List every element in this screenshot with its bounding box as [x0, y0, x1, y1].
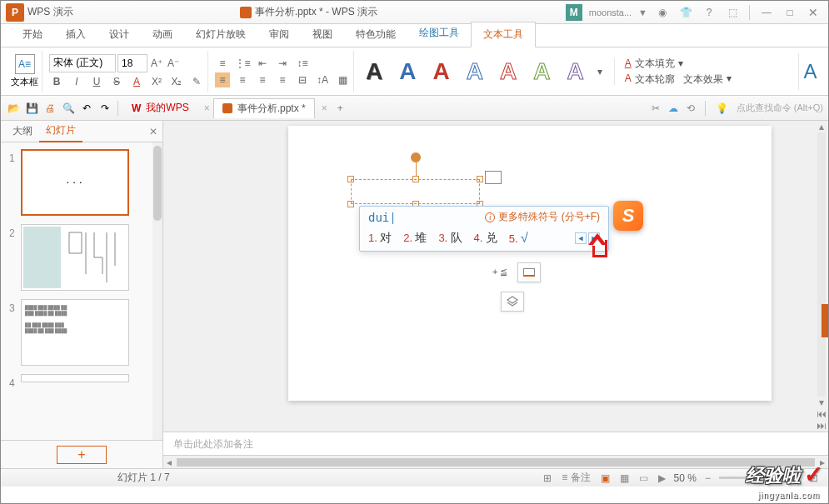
menu-design[interactable]: 设计 — [97, 22, 141, 47]
menu-slideshow[interactable]: 幻灯片放映 — [184, 22, 257, 47]
panel-close-button[interactable]: ✕ — [149, 126, 157, 137]
vertical-scrollbar[interactable]: ▴ ▾ ⏮ ⏭ — [815, 121, 828, 432]
menu-view[interactable]: 视图 — [301, 22, 344, 47]
subscript-button[interactable]: X₂ — [169, 74, 184, 89]
underline-button[interactable]: U — [89, 74, 104, 89]
user-name[interactable]: moonsta... — [589, 7, 632, 17]
shrink-font-icon[interactable]: A⁻ — [166, 56, 181, 71]
help-icon[interactable]: ? — [701, 4, 717, 21]
ime-candidate-1[interactable]: 1. 对 — [368, 231, 392, 246]
horizontal-scrollbar[interactable]: ◂ ▸ — [163, 455, 828, 468]
sb-tool-icon[interactable]: ⊞ — [542, 472, 553, 484]
zoom-value[interactable]: 50 % — [674, 472, 697, 484]
share-icon[interactable]: ⟲ — [687, 102, 695, 114]
ime-prev-button[interactable]: ◄ — [575, 232, 587, 244]
sogou-ime-icon[interactable]: S — [613, 201, 643, 231]
menu-feature[interactable]: 特色功能 — [344, 22, 407, 47]
ribbon-toggle-icon[interactable]: ⬚ — [724, 4, 741, 21]
superscript-button[interactable]: X² — [149, 74, 164, 89]
float-tool-highlight[interactable] — [517, 262, 541, 282]
align-left-button[interactable]: ≡ — [215, 72, 230, 87]
zoom-slider[interactable] — [719, 477, 786, 479]
clear-format-button[interactable]: ✎ — [189, 74, 204, 89]
user-avatar[interactable]: M — [566, 4, 582, 21]
thumbnail-4[interactable] — [21, 374, 129, 382]
wordart-7[interactable]: A — [558, 58, 592, 85]
user-dropdown-icon[interactable]: ▼ — [638, 7, 647, 17]
ime-candidate-4[interactable]: 4. 兑 — [474, 231, 497, 246]
align-center-button[interactable]: ≡ — [235, 72, 250, 87]
view-sorter-icon[interactable]: ▦ — [618, 472, 631, 484]
ime-hint[interactable]: i更多特殊符号 (分号+F) — [485, 210, 600, 224]
menu-insert[interactable]: 插入 — [54, 22, 97, 47]
thumbnail-1[interactable]: • • • — [21, 149, 129, 216]
tab-outline[interactable]: 大纲 — [6, 121, 39, 142]
menu-draw-tools[interactable]: 绘图工具 — [407, 21, 471, 47]
numbering-button[interactable]: ⋮≡ — [235, 56, 250, 71]
bold-button[interactable]: B — [49, 74, 64, 89]
notes-placeholder[interactable]: 单击此处添加备注 — [163, 432, 828, 455]
add-slide-button[interactable]: + — [57, 446, 107, 464]
panel-scrollbar[interactable] — [152, 142, 162, 440]
indent-inc-button[interactable]: ⇥ — [275, 56, 290, 71]
qat-open-icon[interactable]: 📂 — [6, 101, 21, 116]
text-fill-button[interactable]: A文本填充▾ — [625, 57, 732, 71]
grow-font-icon[interactable]: A⁺ — [149, 56, 164, 71]
tab-doc-close[interactable]: × — [322, 102, 327, 114]
thumbnail-3[interactable]: ████ ███ ████ █████ ████ ██ ██████ ███ █… — [21, 299, 129, 366]
float-tool-layers[interactable] — [501, 292, 524, 312]
text-direction-button[interactable]: ↕A — [315, 72, 330, 87]
next-slide-icon[interactable]: ⏭ — [816, 420, 827, 432]
line-spacing-button[interactable]: ↕≡ — [295, 56, 310, 71]
wordart-large-icon[interactable]: A — [803, 60, 817, 83]
menu-animation[interactable]: 动画 — [141, 22, 184, 47]
quick-command-hint[interactable]: 点此查找命令 (Alt+Q) — [737, 102, 823, 114]
menu-review[interactable]: 审阅 — [257, 22, 301, 47]
ime-candidate-2[interactable]: 2. 堆 — [403, 231, 427, 246]
view-slideshow-icon[interactable]: ▶ — [657, 472, 667, 484]
zoom-out-button[interactable]: − — [703, 472, 712, 484]
bullets-button[interactable]: ≡ — [215, 56, 230, 71]
zoom-in-button[interactable]: + — [792, 472, 802, 484]
textbox-icon[interactable]: A≡ — [15, 54, 35, 74]
ime-candidate-3[interactable]: 3. 队 — [438, 231, 462, 246]
rotate-handle[interactable] — [411, 152, 421, 162]
close-button[interactable]: ✕ — [805, 4, 822, 21]
tab-mywps-close[interactable]: × — [204, 102, 210, 114]
wordart-6[interactable]: A — [525, 58, 558, 85]
ime-candidate-5[interactable]: 5. √ — [509, 231, 528, 246]
skin-icon[interactable]: ◉ — [654, 4, 671, 21]
sb-notes-toggle[interactable]: ≡ 备注 — [560, 471, 592, 485]
align-right-button[interactable]: ≡ — [255, 72, 270, 87]
menu-start[interactable]: 开始 — [11, 22, 54, 47]
qat-print-icon[interactable]: 🖨 — [42, 101, 57, 116]
shirt-icon[interactable]: 👕 — [677, 4, 694, 21]
scroll-right-icon[interactable]: ▸ — [817, 457, 828, 468]
scroll-down-icon[interactable]: ▾ — [816, 397, 827, 408]
font-color-button[interactable]: A — [129, 74, 144, 89]
font-select[interactable]: 宋体 (正文) — [49, 54, 116, 72]
qat-preview-icon[interactable]: 🔍 — [61, 101, 76, 116]
cloud-icon[interactable]: ☁ — [668, 102, 678, 114]
wordart-2[interactable]: A — [391, 58, 424, 85]
scroll-up-icon[interactable]: ▴ — [816, 121, 827, 132]
wordart-1[interactable]: A — [357, 58, 391, 85]
textbox-label[interactable]: 文本框 — [11, 76, 38, 88]
selected-shape[interactable] — [351, 179, 480, 204]
text-outline-button[interactable]: A文本轮廓 — [625, 72, 675, 87]
cut-icon[interactable]: ✂ — [652, 102, 660, 114]
align-justify-button[interactable]: ≡ — [275, 72, 290, 87]
canvas[interactable]: dui i更多特殊符号 (分号+F) 1. 对 2. 堆 3. 队 4. 兑 5… — [163, 121, 828, 432]
indent-dec-button[interactable]: ⇤ — [255, 56, 270, 71]
qat-undo-icon[interactable]: ↶ — [79, 101, 94, 116]
view-normal-icon[interactable]: ▣ — [599, 472, 612, 484]
wordart-5[interactable]: A — [492, 58, 525, 85]
qat-redo-icon[interactable]: ↷ — [97, 101, 112, 116]
scroll-left-icon[interactable]: ◂ — [163, 457, 175, 468]
prev-slide-icon[interactable]: ⏮ — [816, 408, 827, 420]
italic-button[interactable]: I — [69, 74, 84, 89]
size-select[interactable]: 18 — [117, 54, 147, 72]
qat-save-icon[interactable]: 💾 — [24, 101, 39, 116]
minimize-button[interactable]: — — [758, 4, 775, 21]
wordart-more-icon[interactable]: ▾ — [592, 64, 607, 79]
